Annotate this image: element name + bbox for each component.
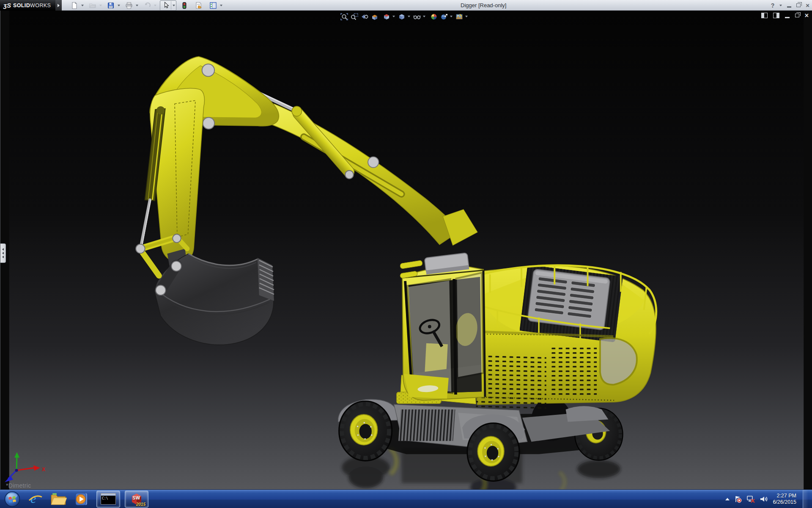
- start-button[interactable]: [0, 490, 25, 508]
- new-button[interactable]: [69, 1, 80, 10]
- graphics-viewport[interactable]: × X *Dimetric: [0, 11, 812, 489]
- undo-dropdown[interactable]: [153, 1, 157, 10]
- document-close-button[interactable]: ×: [805, 13, 809, 18]
- apply-scene-icon: [440, 13, 448, 21]
- edit-appearance-button[interactable]: [429, 12, 439, 21]
- restore-button[interactable]: [796, 3, 801, 7]
- windows-start-orb-icon: [4, 491, 20, 507]
- show-desktop-button[interactable]: [803, 490, 808, 508]
- collapse-arrow-icon: [2, 256, 4, 258]
- undo-arrow-icon: [143, 2, 151, 9]
- help-dropdown[interactable]: [779, 5, 782, 6]
- pane-left-toggle[interactable]: [761, 13, 768, 18]
- options-dropdown[interactable]: [219, 1, 223, 10]
- solidworks-2015-button[interactable]: SW 2015: [125, 491, 148, 508]
- save-floppy-icon: [107, 2, 115, 9]
- zoom-to-area-button[interactable]: [349, 12, 359, 21]
- operator-cab: [400, 253, 485, 400]
- apply-scene-button[interactable]: [439, 12, 449, 21]
- new-document-icon: [71, 2, 78, 9]
- previous-view-icon: [360, 13, 369, 21]
- hidden-icons-button[interactable]: [725, 498, 730, 500]
- save-button[interactable]: [105, 1, 116, 10]
- engine-hatch: [520, 265, 623, 342]
- model-canvas[interactable]: [0, 11, 812, 489]
- network-error-icon[interactable]: [746, 495, 755, 503]
- options-button[interactable]: [208, 1, 219, 10]
- close-button[interactable]: ×: [806, 3, 809, 8]
- internet-explorer-button[interactable]: e: [25, 490, 47, 508]
- dassault-logo-mark: ʒS: [3, 2, 11, 9]
- apply-scene-dropdown[interactable]: [449, 12, 453, 21]
- options-list-icon: [209, 2, 217, 9]
- hide-show-items-dropdown[interactable]: [422, 12, 426, 21]
- save-dropdown[interactable]: [116, 1, 121, 10]
- folder-icon: [50, 492, 67, 506]
- new-dropdown[interactable]: [80, 1, 85, 10]
- front-right-wheel: [467, 423, 519, 481]
- select-dropdown[interactable]: [171, 1, 176, 10]
- document-minimize-button[interactable]: [785, 17, 790, 18]
- internet-explorer-icon: e: [28, 491, 43, 507]
- open-folder-icon: [89, 2, 96, 9]
- rebuild-button[interactable]: [179, 1, 190, 10]
- file-properties-button[interactable]: [193, 1, 204, 10]
- file-explorer-button[interactable]: [47, 490, 70, 508]
- volume-icon[interactable]: [760, 495, 768, 503]
- zoom-to-fit-button[interactable]: [339, 12, 349, 21]
- title-bar: ʒS SOLIDWORKS: [0, 0, 812, 11]
- view-settings-button[interactable]: [454, 12, 464, 21]
- action-center-alert-icon[interactable]: [734, 495, 742, 503]
- zoom-to-area-icon: [350, 13, 359, 21]
- display-style-icon: [398, 13, 406, 21]
- view-settings-dropdown[interactable]: [464, 12, 469, 21]
- minimize-button[interactable]: [787, 6, 791, 8]
- system-tray: 2:27 PM 6/26/2015: [725, 490, 812, 508]
- logo-text-works: WORKS: [30, 3, 51, 8]
- side-vent-panel-right: [550, 346, 597, 395]
- display-style-dropdown[interactable]: [407, 12, 411, 21]
- media-player-button[interactable]: [70, 490, 91, 508]
- view-orientation-button[interactable]: [381, 12, 392, 21]
- side-vent-panel-left: [476, 353, 546, 410]
- previous-view-button[interactable]: [359, 12, 370, 21]
- main-toolbar: [69, 0, 226, 10]
- print-button[interactable]: [123, 1, 134, 10]
- document-window-controls: ×: [761, 13, 809, 18]
- rebuild-traffic-light-icon: [181, 2, 188, 9]
- expand-arrow-icon: [58, 4, 60, 7]
- menu-expand-tab[interactable]: [55, 0, 62, 11]
- command-prompt-button[interactable]: C:\: [96, 491, 120, 508]
- solidworks-version-badge: 2015: [136, 502, 145, 507]
- pane-right-toggle[interactable]: [773, 13, 779, 18]
- logo-text-solid: SOLID: [13, 3, 30, 8]
- media-player-icon: [73, 491, 88, 507]
- select-tool-group: [160, 0, 176, 11]
- print-icon: [125, 2, 133, 9]
- help-button[interactable]: ?: [771, 2, 775, 9]
- section-view-button[interactable]: [370, 12, 380, 21]
- select-button[interactable]: [160, 1, 171, 10]
- solidworks-logo: ʒS SOLIDWORKS: [0, 0, 55, 11]
- clock-date: 6/26/2015: [773, 499, 796, 505]
- hide-show-items-icon: [413, 13, 421, 21]
- hide-show-items-button[interactable]: [412, 12, 422, 21]
- undo-button[interactable]: [142, 1, 153, 10]
- view-settings-icon: [455, 13, 464, 21]
- print-dropdown[interactable]: [134, 1, 139, 10]
- taskbar-clock[interactable]: 2:27 PM 6/26/2015: [773, 493, 798, 505]
- feature-panel-collapsed-tab[interactable]: [0, 243, 6, 263]
- zoom-to-fit-icon: [340, 13, 348, 21]
- display-style-button[interactable]: [397, 12, 407, 21]
- open-button[interactable]: [87, 1, 98, 10]
- command-prompt-icon: C:\: [101, 493, 116, 505]
- front-left-wheel: [339, 401, 392, 461]
- solidworks-icon-letters: SW: [132, 495, 140, 500]
- view-orientation-dropdown[interactable]: [392, 12, 396, 21]
- open-dropdown[interactable]: [98, 1, 103, 10]
- collapse-arrow-icon: [2, 248, 4, 251]
- app-window-controls: ? ×: [771, 0, 809, 11]
- solidworks-app-icon: SW 2015: [129, 492, 144, 506]
- document-restore-button[interactable]: [795, 14, 799, 17]
- command-prompt-label: C:\: [101, 496, 115, 500]
